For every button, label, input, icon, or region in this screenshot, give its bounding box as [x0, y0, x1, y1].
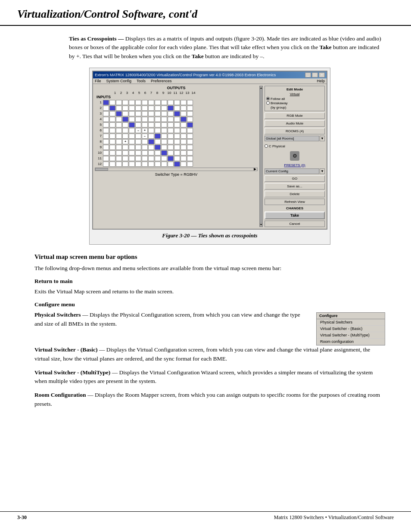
- cell-2-6[interactable]: [135, 106, 141, 111]
- cell-1-5[interactable]: [129, 100, 135, 105]
- delete-button[interactable]: Delete: [265, 191, 325, 197]
- cell-1-3[interactable]: [116, 100, 122, 105]
- menu-help[interactable]: Help: [317, 79, 325, 83]
- col-7: 7: [148, 91, 154, 95]
- go-button[interactable]: GO: [265, 175, 325, 182]
- scroll-thumb[interactable]: [95, 168, 108, 171]
- sw-window: Extron's MATRIX 12800/6400/3200 Virtuali…: [92, 71, 327, 230]
- menu-file[interactable]: File: [95, 79, 101, 83]
- matrix-grid: 1: [95, 100, 258, 167]
- matrix-row-8: 8 +: [95, 139, 258, 144]
- cell-1-2[interactable]: [109, 100, 115, 105]
- take-button[interactable]: Take: [265, 212, 325, 219]
- follow-all-radio[interactable]: Follow all: [266, 97, 323, 101]
- breakaway-radio-circle[interactable]: [266, 101, 270, 105]
- cell-1-6[interactable]: [135, 100, 141, 105]
- current-config-dropdown[interactable]: Current Config ▼: [265, 168, 325, 174]
- cell-1-13[interactable]: [181, 100, 187, 105]
- cell-1-11[interactable]: [168, 100, 174, 105]
- changes-label: CHANGES: [265, 206, 325, 210]
- maximize-btn[interactable]: □: [312, 72, 318, 78]
- cell-3-2[interactable]: [109, 111, 115, 116]
- cell-3-3[interactable]: [116, 111, 122, 116]
- scroll-up-btn[interactable]: ▲: [260, 86, 262, 90]
- page-header: Virtualization/Control Software, cont'd: [0, 0, 411, 26]
- cell-3-9[interactable]: [155, 111, 161, 116]
- cell-1-1[interactable]: [103, 100, 109, 105]
- cell-2-2[interactable]: [109, 106, 115, 111]
- cfg-room-config[interactable]: Room configuration: [317, 339, 385, 345]
- matrix-row-12: 12: [95, 162, 258, 167]
- refresh-view-button[interactable]: Refresh View: [265, 199, 325, 205]
- cell-3-14[interactable]: [187, 111, 193, 116]
- cell-2-13[interactable]: [181, 106, 187, 111]
- cell-1-7[interactable]: [142, 100, 148, 105]
- cell-2-4[interactable]: [122, 106, 128, 111]
- close-btn[interactable]: ×: [319, 72, 325, 78]
- matrix-scrollbar-vertical[interactable]: ▲ ▼: [259, 86, 263, 227]
- cell-2-1[interactable]: [103, 106, 109, 111]
- follow-all-radio-circle[interactable]: [266, 97, 270, 100]
- cell-3-10[interactable]: [161, 111, 167, 116]
- cell-2-7[interactable]: [142, 106, 148, 111]
- main-content: Ties as Crosspoints — Displays ties as a…: [0, 34, 411, 408]
- sw-right-panel: Edit Mode Virtual Follow all Breakaway (…: [265, 86, 325, 227]
- by-group-label: (by group): [271, 106, 323, 109]
- cell-2-11[interactable]: [168, 106, 174, 111]
- minimize-btn[interactable]: _: [305, 72, 311, 78]
- scroll-down-btn[interactable]: ▼: [260, 223, 262, 227]
- cell-1-4[interactable]: [122, 100, 128, 105]
- cell-1-12[interactable]: [174, 100, 180, 105]
- cell-3-13[interactable]: [181, 111, 187, 116]
- cell-3-12[interactable]: [174, 111, 180, 116]
- matrix-row-10: 10: [95, 150, 258, 156]
- global-arrow[interactable]: ▼: [320, 136, 325, 141]
- current-config-arrow[interactable]: ▼: [320, 168, 325, 174]
- col-3: 3: [124, 91, 130, 95]
- cell-2-10[interactable]: [161, 106, 167, 111]
- cfg-virtual-basic[interactable]: Virtual Switcher - (Basic): [317, 326, 385, 332]
- cell-2-14[interactable]: [187, 106, 193, 111]
- cell-2-3[interactable]: [116, 106, 122, 111]
- cell-1-9[interactable]: [155, 100, 161, 105]
- rgb-mute-button[interactable]: RGB Mute: [265, 112, 325, 119]
- save-as-button[interactable]: Save as...: [265, 183, 325, 190]
- matrix-row-5: 5: [95, 122, 258, 128]
- breakaway-radio[interactable]: Breakaway: [266, 101, 323, 105]
- cell-3-8[interactable]: [148, 111, 154, 116]
- cell-1-8[interactable]: [148, 100, 154, 105]
- cell-3-7[interactable]: [142, 111, 148, 116]
- configure-menu-mockup: Configure Physical Switchers Virtual Swi…: [316, 312, 385, 345]
- rooms-button[interactable]: ROOMS (4): [265, 128, 325, 134]
- physical-radio-circle[interactable]: [265, 144, 268, 148]
- scrollbar-horizontal[interactable]: ▶: [95, 168, 258, 171]
- physical-radio[interactable]: C Physical: [265, 144, 325, 148]
- menu-system-config[interactable]: System Config: [106, 79, 132, 83]
- cancel-button[interactable]: Cancel: [265, 221, 325, 227]
- cell-3-4[interactable]: [122, 111, 128, 116]
- cell-3-5[interactable]: [129, 111, 135, 116]
- cell-2-12[interactable]: [174, 106, 180, 111]
- cell-2-9[interactable]: [155, 106, 161, 111]
- cell-2-8[interactable]: [148, 106, 154, 111]
- col-13: 13: [184, 91, 190, 95]
- menu-tools[interactable]: Tools: [137, 79, 146, 83]
- audio-mute-button[interactable]: Audio Mute: [265, 120, 325, 127]
- sw-controls: _ □ ×: [305, 72, 325, 78]
- cell-3-11[interactable]: [168, 111, 174, 116]
- figure-caption: Figure 3-20 — Ties shown as crosspoints: [92, 232, 327, 239]
- cell-1-14[interactable]: [187, 100, 193, 105]
- cfg-virtual-multitype[interactable]: Virtual Switcher - (MultiType): [317, 332, 385, 339]
- col-5: 5: [136, 91, 142, 95]
- cell-3-6[interactable]: [135, 111, 141, 116]
- configure-btn[interactable]: Configure: [317, 313, 385, 319]
- return-to-main-heading: Return to main: [34, 278, 385, 285]
- global-dropdown[interactable]: Global [all Rooms] ▼: [265, 136, 325, 141]
- cell-3-1[interactable]: [103, 111, 109, 116]
- cell-1-10[interactable]: [161, 100, 167, 105]
- menu-preferences[interactable]: Preferences: [151, 79, 172, 83]
- cfg-physical-switchers[interactable]: Physical Switchers: [317, 319, 385, 326]
- cell-2-5[interactable]: [129, 106, 135, 111]
- inputs-label: INPUTS: [97, 95, 258, 99]
- virtual-label: Virtual: [266, 92, 323, 96]
